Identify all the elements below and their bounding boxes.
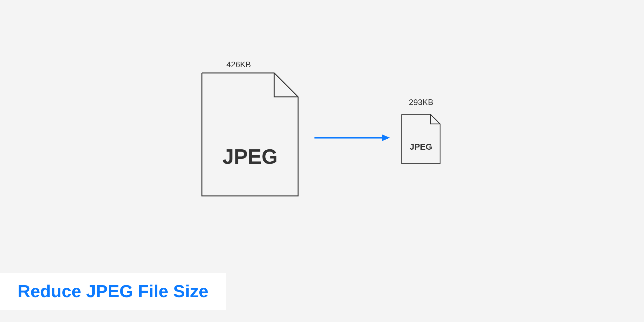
target-file-format: JPEG <box>401 142 441 152</box>
source-file-icon: JPEG <box>201 72 299 197</box>
document-icon <box>401 114 441 164</box>
target-file-icon: JPEG <box>401 114 441 164</box>
page-title: Reduce JPEG File Size <box>18 281 208 301</box>
diagram-stage: 426KB JPEG 293KB JPEG Reduce JPEG File S… <box>0 0 644 322</box>
title-card: Reduce JPEG File Size <box>0 273 226 310</box>
svg-marker-1 <box>382 134 390 141</box>
source-file-format: JPEG <box>201 145 299 169</box>
document-icon <box>201 72 299 197</box>
target-file-size: 293KB <box>409 97 433 107</box>
source-file-size: 426KB <box>226 60 251 69</box>
arrow-icon <box>314 133 390 142</box>
